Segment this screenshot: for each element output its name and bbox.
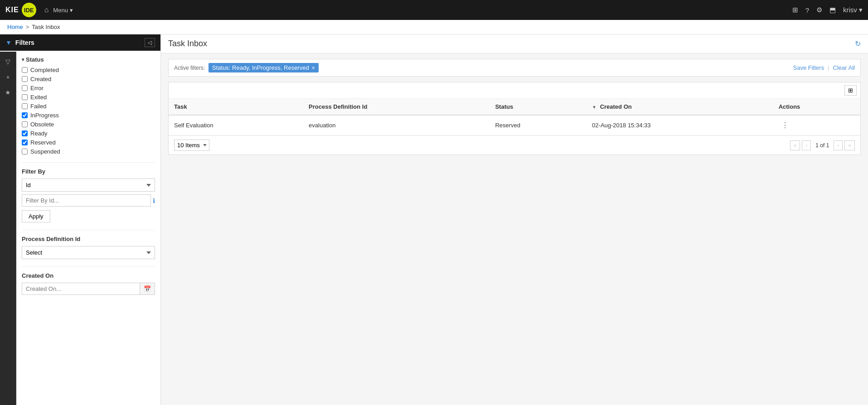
- sidebar-icon-strip: ▽ + ★: [0, 52, 16, 405]
- status-completed-checkbox[interactable]: [22, 67, 28, 73]
- filter-funnel-icon: ▼: [5, 39, 12, 46]
- refresh-icon[interactable]: ↻: [855, 39, 861, 48]
- created-on-input[interactable]: [22, 283, 140, 295]
- user-chevron-icon: ▾: [859, 6, 863, 14]
- status-completed-item[interactable]: Completed: [22, 67, 155, 73]
- filter-badge: Status: Ready, InProgress, Reserved ×: [209, 63, 319, 72]
- header-row: Task Process Definition Id Status ▼ Crea…: [169, 99, 860, 115]
- app-logo[interactable]: KIE IDE: [5, 3, 36, 17]
- row-actions-button[interactable]: ⋮: [779, 120, 791, 130]
- status-reserved-label: Reserved: [30, 139, 56, 146]
- status-arrow-icon: ▾: [22, 57, 24, 62]
- col-created-on[interactable]: ▼ Created On: [587, 99, 773, 115]
- status-error-label: Error: [30, 85, 44, 92]
- col-status[interactable]: Status: [490, 99, 587, 115]
- status-error-checkbox[interactable]: [22, 85, 28, 91]
- help-icon[interactable]: ?: [805, 6, 809, 14]
- settings-icon[interactable]: ⚙: [816, 6, 822, 14]
- menu-label: Menu: [53, 7, 68, 14]
- status-failed-checkbox[interactable]: [22, 103, 28, 109]
- items-per-page: 10 Items 20 Items 50 Items: [174, 140, 209, 151]
- first-page-button[interactable]: «: [790, 140, 800, 150]
- sort-icon: ▼: [592, 105, 596, 110]
- status-exited-checkbox[interactable]: [22, 94, 28, 100]
- remove-filter-icon[interactable]: ×: [312, 65, 315, 71]
- menu-button[interactable]: Menu ▾: [53, 7, 73, 14]
- col-task[interactable]: Task: [169, 99, 303, 115]
- calendar-button[interactable]: 📅: [140, 283, 155, 295]
- filter-by-section: Filter By Id Name Description ℹ Apply: [22, 162, 155, 222]
- top-navigation: KIE IDE ⌂ Menu ▾ ⊞ ? ⚙ ⬒ krisv ▾: [0, 0, 868, 20]
- pagination-row: 10 Items 20 Items 50 Items « ‹ 1 of 1 › …: [169, 135, 860, 154]
- main-content: Task Inbox ↻ Active filters: Status: Rea…: [161, 34, 868, 405]
- ide-badge: IDE: [22, 3, 36, 17]
- process-def-section: Process Definition Id Select: [22, 230, 155, 259]
- status-exited-label: Exited: [30, 94, 47, 101]
- sidebar-header-left: ▼ Filters: [5, 39, 34, 46]
- next-page-button[interactable]: ›: [834, 140, 843, 150]
- clear-all-link[interactable]: Clear All: [833, 64, 855, 71]
- status-exited-item[interactable]: Exited: [22, 94, 155, 101]
- status-created-checkbox[interactable]: [22, 76, 28, 82]
- user-menu[interactable]: krisv ▾: [843, 6, 863, 14]
- task-table: Task Process Definition Id Status ▼ Crea…: [169, 99, 860, 135]
- status-obsolete-checkbox[interactable]: [22, 121, 28, 127]
- topnav-right: ⊞ ? ⚙ ⬒ krisv ▾: [792, 6, 863, 14]
- sidebar-star-icon[interactable]: ★: [0, 86, 16, 99]
- sidebar-add-icon[interactable]: +: [0, 71, 16, 83]
- col-actions: Actions: [773, 99, 860, 115]
- date-input-row: 📅: [22, 283, 155, 295]
- status-inprogress-checkbox[interactable]: [22, 112, 28, 118]
- status-reserved-checkbox[interactable]: [22, 140, 28, 145]
- task-table-container: ⊞ Task Process Definition Id Status ▼ Cr…: [168, 82, 861, 155]
- pipe-separator: |: [828, 64, 829, 71]
- sidebar-funnel-icon[interactable]: ▽: [0, 55, 16, 68]
- process-def-title: Process Definition Id: [22, 236, 155, 242]
- status-error-item[interactable]: Error: [22, 85, 155, 92]
- breadcrumb-home[interactable]: Home: [7, 24, 23, 30]
- breadcrumb-current: Task Inbox: [32, 24, 60, 30]
- items-per-page-dropdown[interactable]: 10 Items 20 Items 50 Items: [174, 140, 209, 151]
- status-failed-item[interactable]: Failed: [22, 103, 155, 110]
- table-header: Task Process Definition Id Status ▼ Crea…: [169, 99, 860, 115]
- home-icon[interactable]: ⌂: [44, 6, 49, 14]
- status-suspended-item[interactable]: Suspended: [22, 148, 155, 155]
- filter-badge-text: Status: Ready, InProgress, Reserved: [212, 64, 309, 71]
- apply-button[interactable]: Apply: [22, 210, 50, 222]
- prev-page-button[interactable]: ‹: [802, 140, 811, 150]
- col-process-def[interactable]: Process Definition Id: [303, 99, 490, 115]
- status-ready-label: Ready: [30, 130, 48, 137]
- filter-actions: Save Filters | Clear All: [793, 64, 855, 71]
- filter-input-row: ℹ: [22, 194, 155, 207]
- status-checkbox-list: Completed Created Error Exited: [22, 67, 155, 155]
- status-reserved-item[interactable]: Reserved: [22, 139, 155, 146]
- main-layout: ▼ Filters ◁ ▽ + ★ ▾ Status Comp: [0, 34, 868, 405]
- filter-by-title: Filter By: [22, 168, 155, 175]
- status-inprogress-item[interactable]: InProgress: [22, 112, 155, 119]
- status-obsolete-item[interactable]: Obsolete: [22, 121, 155, 128]
- filter-by-input[interactable]: [22, 194, 151, 207]
- page-info: 1 of 1: [813, 142, 832, 149]
- status-suspended-label: Suspended: [30, 148, 60, 155]
- status-completed-label: Completed: [30, 67, 59, 73]
- status-suspended-checkbox[interactable]: [22, 149, 28, 154]
- status-obsolete-label: Obsolete: [30, 121, 54, 128]
- status-label: Status: [26, 56, 44, 63]
- save-filters-link[interactable]: Save Filters: [793, 64, 824, 71]
- last-page-button[interactable]: »: [844, 140, 855, 150]
- filter-info-icon[interactable]: ℹ: [153, 197, 155, 204]
- column-picker-button[interactable]: ⊞: [844, 85, 857, 96]
- grid-icon[interactable]: ⊞: [792, 6, 798, 14]
- status-ready-item[interactable]: Ready: [22, 130, 155, 137]
- task-inbox-header: Task Inbox ↻: [161, 34, 868, 53]
- status-filter-section: ▾ Status Completed Created Error: [22, 56, 155, 155]
- created-on-section: Created On 📅: [22, 266, 155, 295]
- filter-by-dropdown[interactable]: Id Name Description: [22, 178, 155, 192]
- cell-created-on: 02-Aug-2018 15:34:33: [587, 115, 773, 135]
- sidebar-collapse-button[interactable]: ◁: [145, 38, 155, 47]
- status-ready-checkbox[interactable]: [22, 130, 28, 136]
- monitor-icon[interactable]: ⬒: [829, 6, 836, 14]
- table-body: Self Evaluation evaluation Reserved 02-A…: [169, 115, 860, 135]
- status-created-item[interactable]: Created: [22, 76, 155, 82]
- process-def-dropdown[interactable]: Select: [22, 246, 155, 259]
